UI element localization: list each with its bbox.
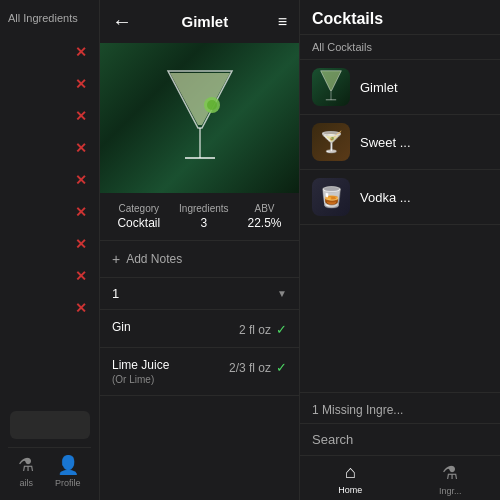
list-item: ✕ xyxy=(0,164,99,196)
cocktail-name: Vodka ... xyxy=(360,190,411,205)
right-header: Cocktails xyxy=(300,0,500,35)
cocktail-thumbnail xyxy=(312,68,350,106)
abv-label: ABV xyxy=(254,203,274,214)
left-tab-bar: ⚗ ails 👤 Profile xyxy=(8,447,91,492)
svg-point-5 xyxy=(207,100,217,110)
x-icon: ✕ xyxy=(75,108,87,124)
ingredient-name: Lime Juice xyxy=(112,358,169,372)
category-value: Cocktail xyxy=(117,216,160,230)
list-item: ✕ xyxy=(0,68,99,100)
dropdown-row[interactable]: 1 ▼ xyxy=(100,278,299,310)
ingredient-name-group: Lime Juice (Or Lime) xyxy=(112,358,169,385)
ingredient-row: Gin 2 fl oz ✓ xyxy=(100,310,299,348)
svg-marker-6 xyxy=(321,71,342,91)
x-icon: ✕ xyxy=(75,76,87,92)
tab-cocktails-label: ails xyxy=(20,478,34,488)
cocktail-meta: Category Cocktail Ingredients 3 ABV 22.5… xyxy=(100,193,299,241)
ingredient-name-group: Gin xyxy=(112,320,131,334)
left-footer-button[interactable] xyxy=(10,411,90,439)
category-label: Category xyxy=(119,203,160,214)
x-icon: ✕ xyxy=(75,140,87,156)
abv-value: 22.5% xyxy=(247,216,281,230)
meta-abv: ABV 22.5% xyxy=(247,203,281,230)
list-item: ✕ xyxy=(0,260,99,292)
svg-marker-0 xyxy=(170,73,230,125)
list-item: ✕ xyxy=(0,292,99,324)
menu-button[interactable]: ≡ xyxy=(278,13,287,31)
tab-home[interactable]: ⌂ Home xyxy=(338,462,362,496)
tab-ingredients-label: Ingr... xyxy=(439,486,462,496)
list-item: ✕ xyxy=(0,132,99,164)
x-icon: ✕ xyxy=(75,204,87,220)
cocktail-thumbnail: 🥃 xyxy=(312,178,350,216)
list-item: ✕ xyxy=(0,36,99,68)
search-bar[interactable]: Search xyxy=(300,424,500,456)
dropdown-value: 1 xyxy=(112,286,119,301)
cocktail-list-item[interactable]: 🍸 Sweet ... xyxy=(300,115,500,170)
cocktail-thumbnail: 🍸 xyxy=(312,123,350,161)
cocktail-image xyxy=(100,43,299,193)
cocktails-icon: ⚗ xyxy=(18,454,34,476)
check-icon: ✓ xyxy=(276,360,287,375)
tab-profile-label: Profile xyxy=(55,478,81,488)
right-panel: Cocktails All Cocktails Gimlet 🍸 xyxy=(300,0,500,500)
sweet-thumb: 🍸 xyxy=(312,123,350,161)
tab-profile[interactable]: 👤 Profile xyxy=(55,454,81,488)
meta-category: Category Cocktail xyxy=(117,203,160,230)
right-footer: Search ⌂ Home ⚗ Ingr... xyxy=(300,423,500,500)
cocktail-list-item[interactable]: 🥃 Vodka ... xyxy=(300,170,500,225)
home-icon: ⌂ xyxy=(345,462,356,483)
back-button[interactable]: ← xyxy=(112,10,132,33)
list-item: ✕ xyxy=(0,196,99,228)
left-footer: ⚗ ails 👤 Profile xyxy=(0,403,99,500)
ingredient-qty: 2 fl oz xyxy=(239,323,271,337)
ingredient-sub: (Or Lime) xyxy=(112,374,169,385)
left-ingredient-list: ✕ ✕ ✕ ✕ ✕ ✕ ✕ ✕ ✕ xyxy=(0,32,99,403)
tab-cocktails[interactable]: ⚗ ails xyxy=(18,454,34,488)
cocktail-name: Gimlet xyxy=(360,80,398,95)
vodka-thumb: 🥃 xyxy=(312,178,350,216)
tab-ingredients[interactable]: ⚗ Ingr... xyxy=(439,462,462,496)
martini-glass-graphic xyxy=(160,63,240,173)
ingredient-name: Gin xyxy=(112,320,131,334)
profile-icon: 👤 xyxy=(57,454,79,476)
meta-ingredients: Ingredients 3 xyxy=(179,203,228,230)
ingredients-icon: ⚗ xyxy=(442,462,458,484)
middle-header: ← Gimlet ≡ xyxy=(100,0,299,43)
right-sub-header: All Cocktails xyxy=(300,35,500,60)
cocktail-title: Gimlet xyxy=(181,13,228,30)
ingredient-qty: 2/3 fl oz xyxy=(229,361,271,375)
right-tab-bar: ⌂ Home ⚗ Ingr... xyxy=(300,456,500,500)
cocktail-name: Sweet ... xyxy=(360,135,411,150)
list-item: ✕ xyxy=(0,228,99,260)
check-icon: ✓ xyxy=(276,322,287,337)
x-icon: ✕ xyxy=(75,268,87,284)
gimlet-thumb xyxy=(312,68,350,106)
add-notes-button[interactable]: + Add Notes xyxy=(100,241,299,278)
cocktail-list-item[interactable]: Gimlet xyxy=(300,60,500,115)
x-icon: ✕ xyxy=(75,300,87,316)
left-panel-header: All Ingredients xyxy=(0,0,99,32)
tab-home-label: Home xyxy=(338,485,362,495)
ingredient-rows: Gin 2 fl oz ✓ Lime Juice (Or Lime) 2/3 f… xyxy=(100,310,299,500)
plus-icon: + xyxy=(112,251,120,267)
missing-section: 1 Missing Ingre... xyxy=(300,392,500,423)
ingredient-row: Lime Juice (Or Lime) 2/3 fl oz ✓ xyxy=(100,348,299,396)
cocktail-list: Gimlet 🍸 Sweet ... 🥃 Vodka ... xyxy=(300,60,500,392)
x-icon: ✕ xyxy=(75,44,87,60)
chevron-down-icon: ▼ xyxy=(277,288,287,299)
ingredients-value: 3 xyxy=(200,216,207,230)
x-icon: ✕ xyxy=(75,236,87,252)
ingredient-amount: 2/3 fl oz ✓ xyxy=(229,360,287,375)
ingredients-label: Ingredients xyxy=(179,203,228,214)
left-panel: All Ingredients ✕ ✕ ✕ ✕ ✕ ✕ ✕ ✕ ✕ ⚗ ails… xyxy=(0,0,100,500)
ingredient-amount: 2 fl oz ✓ xyxy=(239,322,287,337)
middle-panel: ← Gimlet ≡ Category Cocktail xyxy=(100,0,300,500)
add-notes-label: Add Notes xyxy=(126,252,182,266)
list-item: ✕ xyxy=(0,100,99,132)
x-icon: ✕ xyxy=(75,172,87,188)
